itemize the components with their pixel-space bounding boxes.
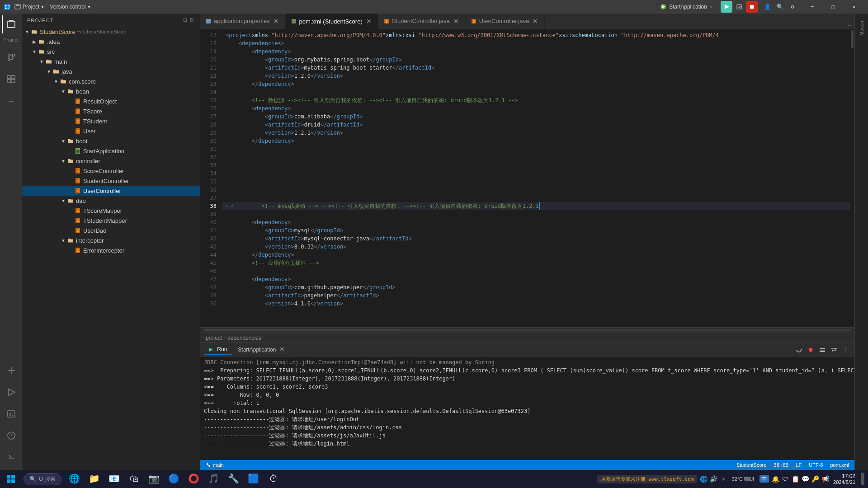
activity-problem[interactable] xyxy=(2,427,20,445)
taskbar-app-mail[interactable]: 📧 xyxy=(105,470,124,488)
scroll-lock-icon[interactable] xyxy=(817,345,827,355)
taskbar-app-store[interactable]: 🛍 xyxy=(125,470,144,488)
tab-close-studentcontroller[interactable]: ✕ xyxy=(453,18,460,25)
close-button[interactable]: ✕ xyxy=(844,0,864,14)
bottom-tab-app[interactable]: StartApplication ✕ xyxy=(233,344,289,355)
vertical-scrollbar[interactable] xyxy=(850,29,854,327)
taskbar-app-edge[interactable]: 🔵 xyxy=(165,470,184,488)
tree-item-UserController[interactable]: ▶ J UserController xyxy=(22,186,200,196)
run-button[interactable] xyxy=(721,1,732,13)
tree-item-boot[interactable]: ▼ boot xyxy=(22,136,200,146)
taskbar-app-tools[interactable]: 🔧 xyxy=(224,470,243,488)
tree-item-User[interactable]: ▶ J User xyxy=(22,126,200,136)
activity-git[interactable] xyxy=(2,48,20,66)
profile-button[interactable]: 👤 xyxy=(761,1,773,13)
code-lines[interactable]: <project xmlns="http://maven.apache.org/… xyxy=(222,29,850,327)
version-control-btn[interactable]: Version control ▾ xyxy=(50,3,90,10)
tray-icon-5[interactable]: 🔑 xyxy=(811,474,820,483)
tree-item-TStudent[interactable]: ▶ J TStudent xyxy=(22,116,200,126)
taskbar-app-music[interactable]: 🎵 xyxy=(204,470,223,488)
status-line-col[interactable]: 38:69 xyxy=(774,462,788,468)
restart-icon[interactable] xyxy=(794,345,804,355)
bottom-tab-close[interactable]: ✕ xyxy=(279,346,285,353)
tree-item-controller[interactable]: ▼ controller xyxy=(22,156,200,166)
tree-item-TScore[interactable]: ▶ J TScore xyxy=(22,106,200,116)
tab-more[interactable]: ⋯ xyxy=(844,23,854,29)
activity-project[interactable] xyxy=(2,15,20,33)
tree-item-TScoreMapper[interactable]: ▶ J TScoreMapper xyxy=(22,206,200,216)
tree-item-main[interactable]: ▼ main xyxy=(22,56,200,66)
tray-icon-2[interactable]: 🛡 xyxy=(781,474,790,483)
tray-icon-3[interactable]: 📋 xyxy=(791,474,800,483)
activity-services[interactable] xyxy=(2,361,20,380)
status-encoding[interactable]: UTF-8 xyxy=(809,462,823,468)
tab-close-pom[interactable]: ✕ xyxy=(365,18,373,25)
tree-item-bean[interactable]: ▼ bean xyxy=(22,86,200,96)
taskbar-clock[interactable]: 17:02 2024/8/21 xyxy=(831,473,857,485)
tab-close-application[interactable]: ✕ xyxy=(273,18,280,25)
breadcrumb-project[interactable]: project xyxy=(206,335,222,341)
bottom-tab-run[interactable]: Run xyxy=(204,344,231,355)
activity-project-label[interactable]: Project xyxy=(3,37,19,43)
tree-item-studentScore[interactable]: ▼ StudentScore ~/bzhen/StudentScore xyxy=(22,27,200,37)
wrap-lines-icon[interactable] xyxy=(829,345,839,355)
tray-battery[interactable]: ⚡ xyxy=(719,474,728,483)
tray-icon-1[interactable]: 🔔 xyxy=(771,474,780,483)
activity-more[interactable]: ⋯ xyxy=(2,92,20,110)
tree-item-ErrorInterceptor[interactable]: ▶ J ErrorInterceptor xyxy=(22,245,200,255)
h-scroll-thumb[interactable] xyxy=(204,329,398,331)
tray-speaker[interactable]: 🔊 xyxy=(709,474,718,483)
taskbar-app-intellij[interactable]: 🟦 xyxy=(244,470,263,488)
sidebar-settings[interactable]: ⚙ xyxy=(189,17,194,23)
activity-terminal[interactable] xyxy=(2,405,20,423)
maximize-button[interactable]: □ xyxy=(823,0,844,14)
tab-pom[interactable]: pom.xml (StudentScore) ✕ xyxy=(286,14,378,29)
tree-item-java[interactable]: ▼ java xyxy=(22,66,200,76)
taskbar-app-ie[interactable]: 🌐 xyxy=(65,470,84,488)
run-config[interactable]: StartApplication ▾ xyxy=(656,3,717,11)
activity-build[interactable] xyxy=(2,70,20,88)
maven-label[interactable]: Maven xyxy=(859,17,864,39)
stop-run-icon[interactable] xyxy=(806,345,816,355)
tray-network[interactable]: 🌐 xyxy=(699,474,708,483)
start-button[interactable] xyxy=(0,470,22,488)
tab-close-usercontroller[interactable]: ✕ xyxy=(532,18,539,25)
build-button[interactable] xyxy=(733,1,745,13)
tray-icon-4[interactable]: 💬 xyxy=(801,474,810,483)
tree-item-TStudentMapper[interactable]: ▶ J TStudentMapper xyxy=(22,216,200,225)
tree-item-dao[interactable]: ▼ dao xyxy=(22,196,200,206)
tree-item-ScoreController[interactable]: ▶ J ScoreController xyxy=(22,166,200,176)
tree-item-StartApplication[interactable]: ▶ ⬛ StartApplication xyxy=(22,146,200,156)
taskbar-app-timer[interactable]: ⏱ xyxy=(264,470,283,488)
taskbar-app-chrome[interactable]: ⭕ xyxy=(184,470,203,488)
scrollbar-thumb[interactable] xyxy=(851,30,854,48)
tab-studentcontroller[interactable]: J StudentController.java ✕ xyxy=(378,14,466,29)
tree-item-comscore[interactable]: ▼ com.score xyxy=(22,76,200,86)
tree-item-idea[interactable]: ▶ .idea xyxy=(22,37,200,47)
activity-version[interactable] xyxy=(2,448,20,466)
show-desktop[interactable] xyxy=(861,473,864,485)
titlebar-project-btn[interactable]: Project ▾ xyxy=(14,3,44,10)
settings-button[interactable]: ⚙ xyxy=(787,1,798,13)
tab-usercontroller[interactable]: J UserController.java ✕ xyxy=(466,14,545,29)
stop-button[interactable] xyxy=(746,1,758,13)
taskbar-search[interactable]: 🔍 O 搜索 xyxy=(24,473,61,485)
status-git[interactable]: main xyxy=(206,462,224,468)
more-actions-icon[interactable]: ⋮ xyxy=(841,345,851,355)
taskbar-ime[interactable]: 中 xyxy=(760,475,769,483)
horizontal-scroll-bar[interactable] xyxy=(200,327,854,333)
tray-icon-6[interactable]: 📢 xyxy=(821,474,830,483)
taskbar-app-explorer[interactable]: 📁 xyxy=(85,470,104,488)
activity-run[interactable] xyxy=(2,383,20,401)
minimize-button[interactable]: ─ xyxy=(802,0,823,14)
tree-item-interceptor[interactable]: ▼ interceptor xyxy=(22,235,200,245)
tree-item-src[interactable]: ▼ src xyxy=(22,47,200,56)
breadcrumb-dependencies[interactable]: dependencies xyxy=(227,335,261,341)
tree-item-UserDao[interactable]: ▶ J UserDao xyxy=(22,225,200,235)
tab-application[interactable]: application.properties ✕ xyxy=(200,14,286,29)
sidebar-collapse[interactable]: ⊟ xyxy=(183,17,188,23)
tree-item-ResultObject[interactable]: ▶ J ResultObject xyxy=(22,96,200,106)
status-lf[interactable]: LF xyxy=(796,462,802,468)
taskbar-app-camera[interactable]: 📷 xyxy=(145,470,164,488)
search-button[interactable]: 🔍 xyxy=(774,1,786,13)
